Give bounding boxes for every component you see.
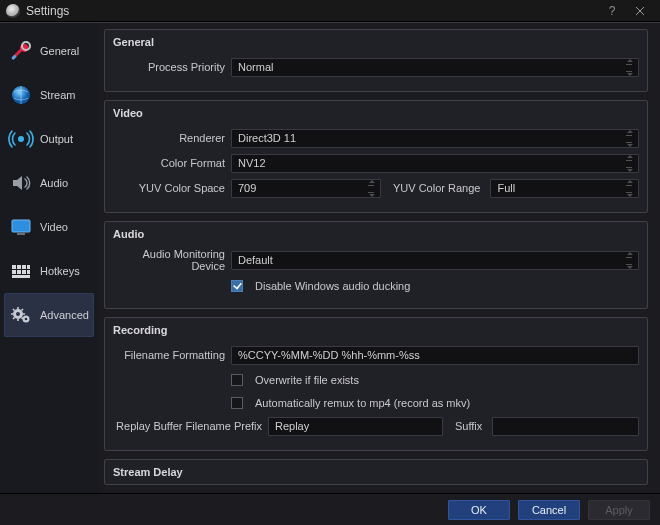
color-format-label: Color Format [113, 157, 231, 169]
svg-rect-7 [17, 265, 21, 269]
auto-remux-checkbox[interactable] [231, 397, 243, 409]
broadcast-icon [8, 126, 34, 152]
input-value: Replay [275, 420, 309, 432]
svg-rect-4 [12, 220, 30, 232]
replay-prefix-label: Replay Buffer Filename Prefix [113, 420, 268, 432]
group-title: Audio [113, 228, 639, 240]
input-value: %CCYY-%MM-%DD %hh-%mm-%ss [238, 349, 420, 361]
gears-icon [8, 302, 34, 328]
svg-rect-12 [22, 270, 26, 274]
sidebar-item-advanced[interactable]: Advanced [4, 293, 94, 337]
replay-prefix-input[interactable]: Replay [268, 417, 443, 436]
replay-suffix-input[interactable] [492, 417, 639, 436]
svg-rect-8 [22, 265, 26, 269]
sidebar-item-label: Stream [40, 89, 90, 101]
filename-formatting-label: Filename Formatting [113, 349, 231, 361]
sidebar-item-label: Video [40, 221, 90, 233]
sidebar-item-label: Audio [40, 177, 90, 189]
group-title: General [113, 36, 639, 48]
svg-point-3 [18, 136, 24, 142]
sidebar-item-stream[interactable]: Stream [4, 73, 94, 117]
main-panel: General Process Priority Normal Video Re… [98, 23, 660, 493]
globe-icon [8, 82, 34, 108]
keyboard-icon [8, 258, 34, 284]
disable-ducking-label: Disable Windows audio ducking [255, 280, 410, 292]
app-icon [6, 4, 20, 18]
combo-value: 709 [238, 182, 256, 194]
yuv-color-range-label: YUV Color Range [387, 182, 484, 194]
group-title: Video [113, 107, 639, 119]
svg-point-18 [25, 318, 28, 321]
svg-rect-14 [12, 275, 30, 278]
sidebar-item-label: Advanced [40, 309, 90, 321]
bottombar: OK Cancel Apply [0, 493, 660, 525]
renderer-combo[interactable]: Direct3D 11 [231, 129, 639, 148]
yuv-color-range-combo[interactable]: Full [490, 179, 639, 198]
group-general: General Process Priority Normal [104, 29, 648, 92]
group-title: Stream Delay [113, 466, 639, 478]
speaker-icon [8, 170, 34, 196]
svg-rect-6 [12, 265, 16, 269]
wrench-icon [8, 38, 34, 64]
close-button[interactable] [626, 0, 654, 22]
process-priority-label: Process Priority [113, 61, 231, 73]
svg-rect-10 [12, 270, 16, 274]
cancel-button[interactable]: Cancel [518, 500, 580, 520]
sidebar-item-general[interactable]: General [4, 29, 94, 73]
titlebar: Settings ? [0, 0, 660, 22]
monitoring-device-combo[interactable]: Default [231, 251, 639, 270]
sidebar-item-output[interactable]: Output [4, 117, 94, 161]
renderer-label: Renderer [113, 132, 231, 144]
yuv-color-space-combo[interactable]: 709 [231, 179, 381, 198]
overwrite-checkbox[interactable] [231, 374, 243, 386]
combo-value: Full [497, 182, 515, 194]
sidebar-item-audio[interactable]: Audio [4, 161, 94, 205]
svg-rect-9 [27, 265, 30, 269]
sidebar-item-hotkeys[interactable]: Hotkeys [4, 249, 94, 293]
process-priority-combo[interactable]: Normal [231, 58, 639, 77]
ok-button[interactable]: OK [448, 500, 510, 520]
filename-formatting-input[interactable]: %CCYY-%MM-%DD %hh-%mm-%ss [231, 346, 639, 365]
auto-remux-label: Automatically remux to mp4 (record as mk… [255, 397, 470, 409]
window-title: Settings [26, 4, 598, 18]
sidebar-item-label: Hotkeys [40, 265, 90, 277]
content: General Stream Output [0, 22, 660, 493]
group-stream-delay: Stream Delay [104, 459, 648, 485]
group-title: Recording [113, 324, 639, 336]
svg-rect-11 [17, 270, 21, 274]
overwrite-label: Overwrite if file exists [255, 374, 359, 386]
sidebar-item-video[interactable]: Video [4, 205, 94, 249]
yuv-color-space-label: YUV Color Space [113, 182, 231, 194]
combo-value: Direct3D 11 [238, 132, 296, 144]
group-audio: Audio Audio Monitoring Device Default Di… [104, 221, 648, 309]
monitor-icon [8, 214, 34, 240]
sidebar-item-label: Output [40, 133, 90, 145]
main-scroll[interactable]: General Process Priority Normal Video Re… [104, 29, 654, 487]
sidebar-item-label: General [40, 45, 90, 57]
combo-value: NV12 [238, 157, 266, 169]
svg-rect-5 [17, 233, 25, 235]
group-recording: Recording Filename Formatting %CCYY-%MM-… [104, 317, 648, 451]
svg-rect-13 [27, 270, 30, 274]
svg-point-16 [16, 312, 20, 316]
color-format-combo[interactable]: NV12 [231, 154, 639, 173]
monitoring-device-label: Audio Monitoring Device [113, 248, 231, 272]
apply-button: Apply [588, 500, 650, 520]
combo-value: Normal [238, 61, 273, 73]
replay-suffix-label: Suffix [449, 420, 486, 432]
group-video: Video Renderer Direct3D 11 Color Format … [104, 100, 648, 213]
sidebar: General Stream Output [0, 23, 98, 493]
disable-ducking-checkbox[interactable] [231, 280, 243, 292]
help-button[interactable]: ? [598, 0, 626, 22]
combo-value: Default [238, 254, 273, 266]
